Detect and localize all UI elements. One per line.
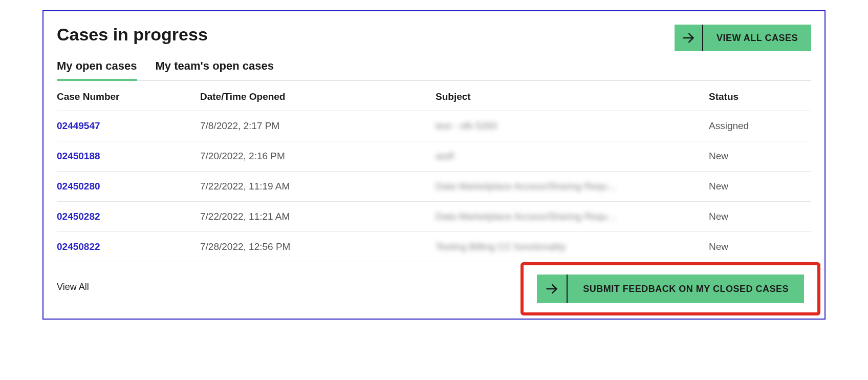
date-opened-cell: 7/22/2022, 11:21 AM	[200, 202, 436, 232]
col-header-status: Status	[709, 81, 811, 111]
submit-feedback-label: SUBMIT FEEDBACK ON MY CLOSED CASES	[568, 284, 804, 294]
col-header-subject: Subject	[436, 81, 709, 111]
case-number-link[interactable]: 02450822	[57, 232, 200, 262]
cases-table: Case Number Date/Time Opened Subject Sta…	[57, 81, 811, 262]
table-row: 02450188 7/20/2022, 2:16 PM asdf New	[57, 141, 811, 172]
status-cell: New	[709, 202, 811, 232]
subject-cell: test - sfb 5283	[436, 111, 709, 141]
case-number-link[interactable]: 02450282	[57, 202, 200, 232]
arrow-right-icon	[675, 25, 703, 51]
view-all-cases-button[interactable]: VIEW ALL CASES	[675, 25, 811, 51]
col-header-case-number: Case Number	[57, 81, 200, 111]
tabs: My open cases My team's open cases	[57, 55, 811, 81]
subject-cell: Data Marketplace Access/Sharing Requ…	[436, 172, 709, 202]
status-cell: New	[709, 232, 811, 262]
view-all-cases-label: VIEW ALL CASES	[703, 33, 811, 44]
table-row: 02450822 7/28/2022, 12:56 PM Testing Bil…	[57, 232, 811, 262]
table-row: 02450280 7/22/2022, 11:19 AM Data Market…	[57, 172, 811, 202]
case-number-link[interactable]: 02449547	[57, 111, 200, 141]
case-number-link[interactable]: 02450188	[57, 141, 200, 172]
date-opened-cell: 7/8/2022, 2:17 PM	[200, 111, 436, 141]
arrow-right-icon	[537, 275, 568, 303]
tab-my-teams-open-cases[interactable]: My team's open cases	[156, 55, 274, 81]
subject-cell: asdf	[436, 141, 709, 172]
highlight-box: SUBMIT FEEDBACK ON MY CLOSED CASES	[520, 262, 820, 315]
panel-title: Cases in progress	[57, 25, 208, 45]
footer-row: View All SUBMIT FEEDBACK ON MY CLOSED CA…	[57, 262, 811, 308]
date-opened-cell: 7/28/2022, 12:56 PM	[200, 232, 436, 262]
status-cell: Assigned	[709, 111, 811, 141]
col-header-date-opened: Date/Time Opened	[200, 81, 436, 111]
table-row: 02449547 7/8/2022, 2:17 PM test - sfb 52…	[57, 111, 811, 141]
table-header-row: Case Number Date/Time Opened Subject Sta…	[57, 81, 811, 111]
date-opened-cell: 7/20/2022, 2:16 PM	[200, 141, 436, 172]
panel-header: Cases in progress VIEW ALL CASES	[57, 25, 811, 51]
status-cell: New	[709, 141, 811, 172]
table-row: 02450282 7/22/2022, 11:21 AM Data Market…	[57, 202, 811, 232]
subject-cell: Data Marketplace Access/Sharing Requ…	[436, 202, 709, 232]
case-number-link[interactable]: 02450280	[57, 172, 200, 202]
subject-cell: Testing Billing CC functionality	[436, 232, 709, 262]
cases-panel: Cases in progress VIEW ALL CASES My open…	[42, 10, 826, 320]
submit-feedback-button[interactable]: SUBMIT FEEDBACK ON MY CLOSED CASES	[537, 275, 804, 303]
status-cell: New	[709, 172, 811, 202]
view-all-link[interactable]: View All	[57, 272, 89, 299]
date-opened-cell: 7/22/2022, 11:19 AM	[200, 172, 436, 202]
tab-my-open-cases[interactable]: My open cases	[57, 55, 137, 81]
